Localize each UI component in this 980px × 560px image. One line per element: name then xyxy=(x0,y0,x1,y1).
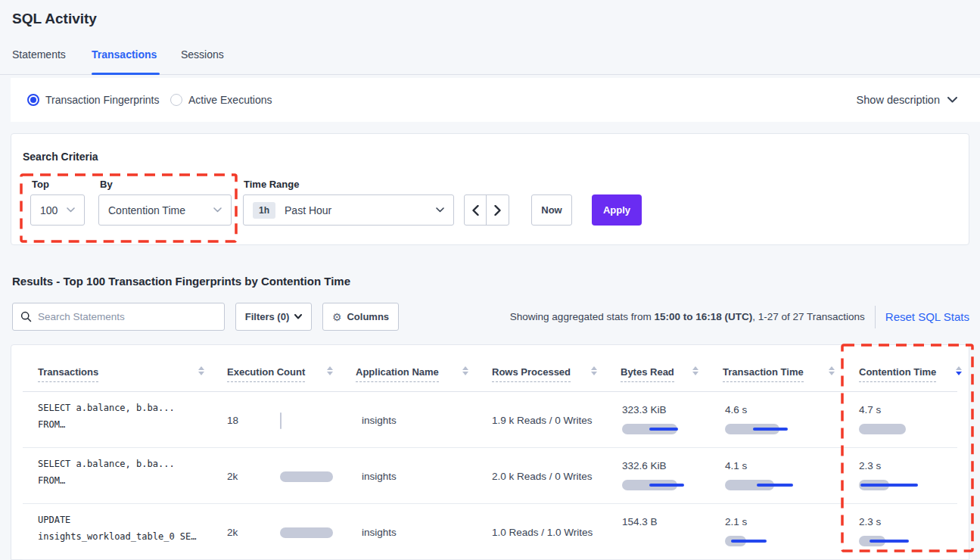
application-name-value: insights xyxy=(362,471,397,482)
column-header-rows-processed[interactable]: Rows Processed xyxy=(492,366,571,378)
search-criteria-card xyxy=(11,133,969,245)
filters-button[interactable]: Filters (0) xyxy=(235,303,312,331)
chevron-down-icon xyxy=(947,97,957,103)
radio-transaction-fingerprints[interactable]: Transaction Fingerprints xyxy=(27,94,159,106)
columns-button[interactable]: ⚙ Columns xyxy=(322,303,399,331)
reset-sql-stats-link[interactable]: Reset SQL Stats xyxy=(885,310,969,323)
top-select-value: 100 xyxy=(40,204,58,216)
execution-count-value: 2k xyxy=(227,527,238,538)
transaction-time-bar xyxy=(725,536,816,554)
contention-time-bar xyxy=(859,480,950,498)
bytes-read-value: 323.3 KiB xyxy=(622,404,667,415)
filters-label: Filters (0) xyxy=(245,311,290,322)
transaction-time-value: 4.6 s xyxy=(725,404,747,415)
tab-statements[interactable]: Statements xyxy=(12,48,66,61)
tab-bar: Statements Transactions Sessions xyxy=(0,45,980,75)
by-label: By xyxy=(100,179,113,190)
transaction-time-value: 4.1 s xyxy=(725,460,747,471)
table-row: SELECT a.balance, b.ba... FROM… 18 insig… xyxy=(11,392,969,448)
table-row: SELECT a.balance, b.ba... FROM… 2k insig… xyxy=(11,448,969,504)
bytes-read-bar xyxy=(622,536,713,554)
transaction-time-bar xyxy=(725,480,816,498)
next-time-button[interactable] xyxy=(487,195,509,225)
rows-processed-value: 1.0 Reads / 1.0 Writes xyxy=(492,527,593,538)
transaction-fingerprint-link[interactable]: SELECT a.balance, b.ba... FROM… xyxy=(38,456,175,489)
by-select[interactable]: Contention Time xyxy=(98,194,232,226)
time-range-select[interactable]: 1h Past Hour xyxy=(243,194,454,226)
columns-label: Columns xyxy=(347,311,389,322)
show-description-toggle[interactable]: Show description xyxy=(857,94,957,106)
column-header-application-name[interactable]: Application Name xyxy=(356,366,439,378)
search-statements-input[interactable] xyxy=(38,311,216,322)
top-label: Top xyxy=(32,179,49,190)
now-button[interactable]: Now xyxy=(531,194,572,226)
column-header-execution-count[interactable]: Execution Count xyxy=(227,366,305,378)
chevron-right-icon xyxy=(494,205,501,216)
column-header-bytes-read[interactable]: Bytes Read xyxy=(621,366,674,378)
chevron-down-icon xyxy=(67,207,75,213)
tab-transactions[interactable]: Transactions xyxy=(92,48,157,61)
time-range-pager xyxy=(464,194,509,226)
column-header-contention-time[interactable]: Contention Time xyxy=(859,366,936,378)
rows-processed-value: 1.9 k Reads / 0 Writes xyxy=(492,415,593,426)
execution-count-bar xyxy=(280,412,371,431)
tab-sessions[interactable]: Sessions xyxy=(181,48,224,61)
execution-count-bar xyxy=(280,468,371,487)
bytes-read-value: 332.6 KiB xyxy=(622,460,667,471)
contention-time-bar xyxy=(859,536,950,554)
radio-label: Active Executions xyxy=(188,94,272,106)
sort-icon[interactable] xyxy=(198,366,204,375)
sort-icon[interactable] xyxy=(327,366,333,375)
sort-icon[interactable] xyxy=(462,366,468,375)
show-description-label: Show description xyxy=(857,94,940,106)
active-tab-underline xyxy=(92,73,160,75)
execution-count-value: 18 xyxy=(227,415,238,426)
page-title: SQL Activity xyxy=(12,11,97,27)
sort-icon[interactable] xyxy=(692,366,698,375)
column-header-transaction-time[interactable]: Transaction Time xyxy=(723,366,804,378)
time-range-badge: 1h xyxy=(253,202,275,219)
sql-activity-page: SQL Activity Statements Transactions Ses… xyxy=(0,0,980,560)
contention-time-bar xyxy=(859,424,950,442)
search-icon xyxy=(20,311,32,322)
view-mode-bar: Transaction Fingerprints Active Executio… xyxy=(11,78,980,122)
contention-time-value: 2.3 s xyxy=(859,516,881,527)
execution-count-value: 2k xyxy=(227,471,238,482)
sort-icon-active-desc[interactable] xyxy=(956,366,962,375)
stats-area: Showing aggregated stats from 15:00 to 1… xyxy=(510,303,969,331)
table-header-row: Transactions Execution Count Application… xyxy=(0,344,980,392)
divider xyxy=(875,306,876,328)
application-name-value: insights xyxy=(362,527,397,538)
contention-time-value: 4.7 s xyxy=(859,404,881,415)
sort-icon[interactable] xyxy=(829,366,835,375)
stats-time-range: 15:00 to 16:18 (UTC) xyxy=(654,311,752,322)
top-select[interactable]: 100 xyxy=(30,194,85,226)
bytes-read-value: 154.3 B xyxy=(622,516,658,527)
radio-active-executions[interactable]: Active Executions xyxy=(170,94,272,106)
results-heading: Results - Top 100 Transaction Fingerprin… xyxy=(12,275,350,288)
time-range-value: Past Hour xyxy=(285,204,331,216)
transaction-fingerprint-link[interactable]: SELECT a.balance, b.ba... FROM… xyxy=(38,400,175,433)
chevron-left-icon xyxy=(472,205,479,216)
previous-time-button[interactable] xyxy=(465,195,487,225)
application-name-value: insights xyxy=(362,415,397,426)
table-row: UPDATE insights_workload_table_0 SE… 2k … xyxy=(11,504,969,560)
bytes-read-bar xyxy=(622,480,713,498)
column-header-transactions[interactable]: Transactions xyxy=(38,366,98,378)
search-statements-box xyxy=(12,303,225,331)
execution-count-bar xyxy=(280,524,371,543)
transaction-time-value: 2.1 s xyxy=(725,516,747,527)
contention-time-value: 2.3 s xyxy=(859,460,881,471)
radio-unselected-icon xyxy=(170,94,182,106)
transaction-fingerprint-link[interactable]: UPDATE insights_workload_table_0 SE… xyxy=(38,512,197,545)
chevron-down-icon xyxy=(436,207,444,213)
chevron-down-icon xyxy=(213,207,222,213)
transaction-time-bar xyxy=(725,424,816,442)
sort-icon[interactable] xyxy=(591,366,597,375)
rows-processed-value: 2.0 k Reads / 0 Writes xyxy=(492,471,593,482)
by-select-value: Contention Time xyxy=(108,204,185,216)
search-criteria-heading: Search Criteria xyxy=(23,151,98,163)
radio-selected-icon xyxy=(27,94,39,106)
apply-button[interactable]: Apply xyxy=(592,194,642,226)
time-range-label: Time Range xyxy=(244,179,299,190)
